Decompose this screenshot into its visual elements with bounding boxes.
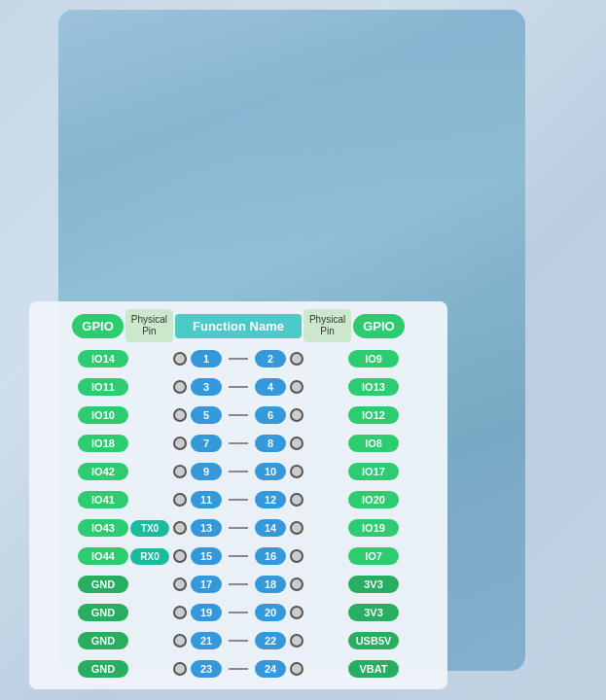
pin-connector-left [171, 664, 189, 674]
header-gpio-right: GPIO [353, 314, 405, 338]
pin-connector-right [288, 664, 305, 674]
pin-num-left: 17 [191, 576, 222, 593]
pin-num-left: 5 [191, 406, 222, 424]
pin-connector-left [171, 523, 189, 533]
pin-num-left: 11 [191, 491, 222, 508]
gpio-label-left: IO43 [78, 519, 128, 537]
center-gap [224, 640, 253, 642]
pin-num-right: 18 [255, 576, 286, 593]
pin-num-left: 23 [191, 660, 222, 678]
center-gap [224, 583, 253, 585]
pin-connector-right [288, 410, 305, 420]
pin-connector-right [288, 551, 305, 561]
pin-connector-left [171, 495, 189, 505]
pin-row: GND 21 22 USB5V [37, 628, 440, 653]
gpio-label-left: IO18 [78, 435, 128, 452]
pin-num-right: 2 [255, 350, 286, 368]
pin-connector-left [171, 551, 189, 561]
pin-num-right: 8 [255, 435, 286, 452]
header-function-name: Function Name [175, 314, 302, 338]
pin-connector-left [171, 608, 189, 617]
center-gap [224, 527, 253, 529]
pin-num-right: 10 [255, 463, 286, 480]
gpio-label-left: GND [78, 604, 128, 621]
pin-num-left: 7 [191, 435, 222, 452]
pin-row: IO14 1 2 IO9 [37, 346, 440, 371]
pin-row: IO18 7 8 IO8 [37, 431, 440, 456]
pin-num-right: 6 [255, 406, 286, 424]
gpio-label-right: 3V3 [348, 604, 399, 621]
pin-connector-right [288, 467, 305, 476]
pin-connector-right [288, 354, 305, 364]
pin-row: IO11 3 4 IO13 [37, 374, 440, 400]
pin-connector-left [171, 438, 189, 448]
gpio-label-right: IO9 [348, 350, 399, 368]
pin-num-right: 20 [255, 604, 286, 621]
gpio-label-left: IO11 [78, 378, 128, 396]
pin-num-left: 21 [191, 632, 222, 649]
center-gap [224, 358, 253, 360]
header-phys-left: Physical Pin [125, 309, 173, 342]
pin-connector-right [288, 636, 305, 646]
header-row: GPIO Physical Pin Function Name Physical… [37, 309, 440, 342]
pin-connector-left [171, 410, 189, 420]
gpio-label-left: IO14 [78, 350, 128, 368]
func-label-left: TX0 [130, 520, 169, 537]
pin-connector-left [171, 382, 189, 392]
pin-num-left: 13 [191, 519, 222, 537]
gpio-label-right: IO8 [348, 435, 399, 452]
gpio-label-left: GND [78, 576, 128, 593]
gpio-label-left: GND [78, 660, 128, 678]
pin-row: IO41 11 12 IO20 [37, 487, 440, 512]
pin-num-right: 16 [255, 547, 286, 565]
pin-num-left: 19 [191, 604, 222, 621]
gpio-label-left: IO44 [78, 547, 128, 565]
pin-row: GND 17 18 3V3 [37, 572, 440, 597]
header-phys-right: Physical Pin [303, 309, 351, 342]
center-gap [224, 442, 253, 444]
pin-connector-left [171, 636, 189, 646]
gpio-label-left: GND [78, 632, 128, 649]
pins-area: IO14 1 2 IO9 IO11 3 4 IO13 IO10 5 6 IO12… [37, 346, 440, 682]
pin-num-left: 15 [191, 547, 222, 565]
pin-num-right: 24 [255, 660, 286, 678]
header-gpio-left: GPIO [72, 314, 124, 338]
gpio-label-left: IO42 [78, 463, 128, 480]
center-gap [224, 414, 253, 416]
pin-connector-right [288, 438, 305, 448]
gpio-label-right: IO7 [348, 547, 399, 565]
gpio-label-right: 3V3 [348, 576, 399, 593]
pin-row: IO43 TX0 13 14 IO19 [37, 515, 440, 541]
gpio-label-right: USB5V [348, 632, 399, 649]
pin-connector-right [288, 579, 305, 589]
pin-row: IO10 5 6 IO12 [37, 402, 440, 428]
center-gap [224, 668, 253, 670]
pin-num-right: 12 [255, 491, 286, 508]
pin-num-right: 14 [255, 519, 286, 537]
gpio-label-right: VBAT [348, 660, 399, 678]
center-gap [224, 499, 253, 501]
center-gap [224, 386, 253, 388]
pin-row: IO44 RX0 15 16 IO7 [37, 543, 440, 569]
gpio-label-right: IO20 [348, 491, 399, 508]
pin-num-left: 9 [191, 463, 222, 480]
pin-row: GND 19 20 3V3 [37, 600, 440, 625]
pin-table: GPIO Physical Pin Function Name Physical… [29, 301, 447, 689]
pin-row: IO42 9 10 IO17 [37, 459, 440, 484]
pin-connector-right [288, 523, 305, 533]
gpio-label-left: IO10 [78, 406, 128, 424]
pin-num-right: 22 [255, 632, 286, 649]
center-gap [224, 555, 253, 557]
gpio-label-left: IO41 [78, 491, 128, 508]
gpio-label-right: IO12 [348, 406, 399, 424]
gpio-label-right: IO19 [348, 519, 399, 537]
pin-connector-right [288, 495, 305, 505]
pin-connector-left [171, 579, 189, 589]
pin-num-left: 3 [191, 378, 222, 396]
func-label-left: RX0 [130, 548, 169, 565]
center-gap [224, 471, 253, 472]
pin-num-left: 1 [191, 350, 222, 368]
pin-num-right: 4 [255, 378, 286, 396]
pin-row: GND 23 24 VBAT [37, 656, 440, 682]
pin-connector-right [288, 382, 305, 392]
